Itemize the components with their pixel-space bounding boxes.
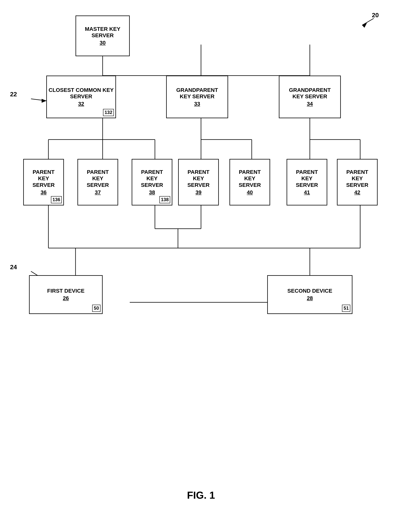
gp33-label: GRANDPARENTKEY SERVER bbox=[176, 87, 218, 100]
second-device-id: 28 bbox=[307, 295, 313, 302]
second-device-sub: 51 bbox=[342, 305, 350, 312]
p38-label: PARENTKEYSERVER bbox=[141, 169, 163, 188]
p39-node: PARENTKEYSERVER 39 bbox=[178, 159, 219, 205]
p42-label: PARENTKEYSERVER bbox=[346, 169, 369, 188]
ref-24: 24 bbox=[10, 264, 17, 271]
ccks-label: CLOSEST COMMON KEYSERVER bbox=[49, 87, 114, 100]
gp34-label: GRANDPARENTKEY SERVER bbox=[289, 87, 331, 100]
p38-node: PARENTKEYSERVER 38 138 bbox=[132, 159, 172, 205]
ccks-sub: 132 bbox=[103, 109, 114, 116]
p36-sub: 136 bbox=[51, 196, 62, 203]
p39-id: 39 bbox=[195, 189, 201, 196]
p36-label: PARENTKEYSERVER bbox=[32, 169, 55, 188]
p41-node: PARENTKEYSERVER 41 bbox=[287, 159, 327, 205]
ref-20: 20 bbox=[372, 12, 379, 19]
master-id: 30 bbox=[99, 39, 105, 46]
first-device-node: FIRST DEVICE 26 50 bbox=[29, 275, 103, 314]
p40-node: PARENTKEYSERVER 40 bbox=[229, 159, 270, 205]
p40-id: 40 bbox=[247, 189, 253, 196]
p40-label: PARENTKEYSERVER bbox=[239, 169, 261, 188]
master-key-server-node: MASTER KEYSERVER 30 bbox=[75, 15, 130, 56]
gp33-id: 33 bbox=[194, 101, 200, 107]
first-device-id: 26 bbox=[63, 295, 69, 302]
p36-node: PARENTKEYSERVER 36 136 bbox=[23, 159, 64, 205]
p37-id: 37 bbox=[95, 189, 101, 196]
p38-id: 38 bbox=[149, 189, 155, 196]
figure-label: FIG. 1 bbox=[0, 489, 402, 501]
second-device-label: SECOND DEVICE bbox=[287, 288, 332, 294]
ccks-id: 32 bbox=[78, 101, 84, 107]
p41-id: 41 bbox=[304, 189, 310, 196]
p42-id: 42 bbox=[354, 189, 360, 196]
p37-label: PARENTKEYSERVER bbox=[87, 169, 109, 188]
p39-label: PARENTKEYSERVER bbox=[187, 169, 210, 188]
first-device-sub: 50 bbox=[92, 305, 100, 312]
p41-label: PARENTKEYSERVER bbox=[296, 169, 318, 188]
ref-22: 22 bbox=[10, 91, 17, 98]
second-device-node: SECOND DEVICE 28 51 bbox=[267, 275, 353, 314]
gp34-node: GRANDPARENTKEY SERVER 34 bbox=[279, 76, 341, 118]
first-device-label: FIRST DEVICE bbox=[47, 288, 85, 294]
master-label: MASTER KEYSERVER bbox=[85, 26, 120, 39]
p42-node: PARENTKEYSERVER 42 bbox=[337, 159, 377, 205]
gp33-node: GRANDPARENTKEY SERVER 33 bbox=[166, 76, 228, 118]
gp34-id: 34 bbox=[307, 101, 313, 107]
p36-id: 36 bbox=[40, 189, 46, 196]
diagram: 20 22 24 MASTER KEYSERVER 30 CLOSEST COM… bbox=[0, 0, 402, 532]
ccks-node: CLOSEST COMMON KEYSERVER 32 132 bbox=[46, 76, 116, 118]
p37-node: PARENTKEYSERVER 37 bbox=[77, 159, 118, 205]
p38-sub: 138 bbox=[159, 196, 170, 203]
